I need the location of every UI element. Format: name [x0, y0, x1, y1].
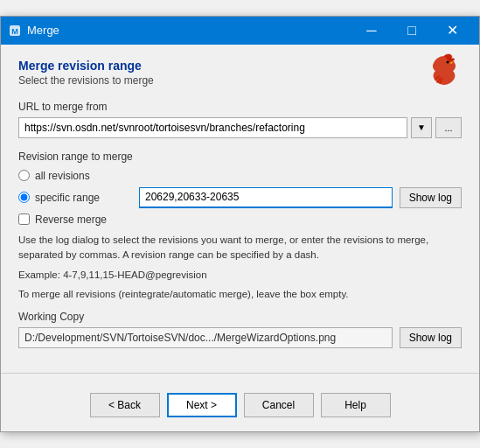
svg-text:M: M [11, 27, 18, 36]
app-icon: M [8, 24, 22, 38]
url-section: URL to merge from ▼ ... [18, 101, 462, 138]
empty-merge-text: To merge all revisions (reintegrate/auto… [18, 287, 462, 302]
title-bar: M Merge ─ □ ✕ [1, 17, 479, 45]
help-button[interactable]: Help [321, 393, 391, 417]
tortoise-bird-icon [427, 52, 462, 94]
show-log-button-wc[interactable]: Show log [400, 327, 462, 348]
url-browse-button[interactable]: ... [435, 117, 462, 138]
url-input[interactable] [18, 117, 407, 138]
working-copy-input[interactable] [18, 327, 393, 348]
cancel-button[interactable]: Cancel [244, 393, 314, 417]
reverse-merge-label[interactable]: Reverse merge [35, 214, 107, 226]
window-controls: ─ □ ✕ [351, 17, 472, 45]
maximize-button[interactable]: □ [392, 17, 432, 45]
close-button[interactable]: ✕ [432, 17, 472, 45]
specific-range-left: specific range [18, 192, 132, 204]
all-revisions-radio[interactable] [18, 170, 30, 181]
merge-dialog: M Merge ─ □ ✕ [0, 16, 480, 433]
specific-range-radio[interactable] [18, 192, 30, 203]
range-input[interactable] [139, 187, 393, 208]
working-copy-section: Working Copy Show log [18, 311, 462, 348]
page-title: Merge revision range [18, 59, 462, 73]
working-copy-label: Working Copy [18, 311, 462, 323]
footer-divider [1, 373, 479, 374]
specific-range-row: specific range Show log [18, 187, 462, 208]
window-title: Merge [27, 24, 351, 37]
page-subtitle: Select the revisions to merge [18, 74, 462, 87]
revision-section: Revision range to merge all revisions sp… [18, 150, 462, 303]
reverse-merge-row: Reverse merge [18, 214, 462, 226]
show-log-button-range[interactable]: Show log [400, 187, 462, 208]
footer: < Back Next > Cancel Help [1, 384, 479, 431]
all-revisions-row: all revisions [18, 170, 462, 182]
working-copy-row: Show log [18, 327, 462, 348]
url-row: ▼ ... [18, 117, 462, 138]
url-label: URL to merge from [18, 101, 462, 113]
example-text: Example: 4-7,9,11,15-HEAD@pegrevision [18, 270, 462, 280]
url-dropdown-button[interactable]: ▼ [411, 117, 432, 138]
all-revisions-label[interactable]: all revisions [35, 170, 90, 182]
specific-range-label[interactable]: specific range [35, 192, 100, 204]
revision-title: Revision range to merge [18, 150, 462, 163]
page-header: Merge revision range Select the revision… [18, 59, 462, 87]
reverse-merge-checkbox[interactable] [18, 214, 30, 225]
svg-point-2 [447, 60, 449, 63]
minimize-button[interactable]: ─ [351, 17, 392, 45]
next-button[interactable]: Next > [167, 393, 237, 417]
info-text: Use the log dialog to select the revisio… [18, 233, 462, 263]
content-area: Merge revision range Select the revision… [1, 45, 479, 363]
back-button[interactable]: < Back [90, 393, 160, 417]
